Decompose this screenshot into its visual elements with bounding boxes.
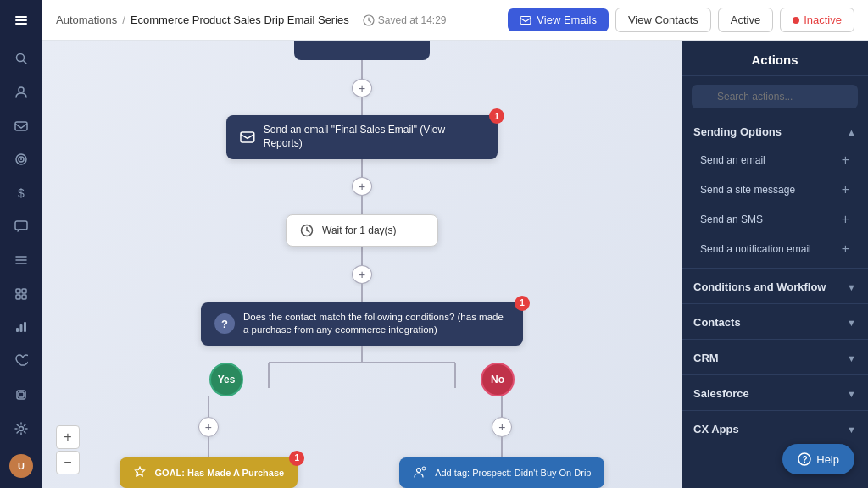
section-header-crm[interactable]: CRM ▼ [682, 343, 868, 371]
sidebar-icon-contacts[interactable] [6, 77, 36, 108]
svg-rect-21 [24, 322, 26, 332]
zoom-in-button[interactable]: + [56, 425, 80, 449]
section-header-conditions[interactable]: Conditions and Workflow ▼ [682, 272, 868, 300]
plus-icon-sms[interactable]: + [842, 212, 849, 227]
action-send-notification-email[interactable]: Send a notification email + [688, 235, 861, 263]
inactive-dot [793, 17, 799, 24]
section-header-sending-options[interactable]: Sending Options ▲ [682, 117, 868, 145]
sidebar-icon-chat[interactable] [6, 212, 36, 242]
person-tag-icon [413, 466, 426, 480]
active-button[interactable]: Active [718, 8, 773, 32]
email-node-icon [240, 131, 255, 143]
connector-3 [361, 159, 363, 178]
sidebar-icon-mail[interactable] [6, 111, 36, 141]
svg-point-37 [417, 468, 421, 472]
divider-4 [682, 374, 868, 375]
svg-point-38 [422, 467, 426, 470]
add-button-2[interactable]: + [352, 177, 372, 196]
add-button-1[interactable]: + [352, 79, 372, 97]
view-emails-button[interactable]: View Emails [508, 8, 609, 31]
plus-icon-notification[interactable]: + [842, 241, 849, 257]
action-send-email[interactable]: Send an email + [688, 146, 861, 175]
breadcrumb-parent[interactable]: Automations [56, 14, 117, 26]
svg-rect-17 [16, 295, 20, 299]
canvas[interactable]: ↖ + Send an email "Fina [42, 41, 682, 488]
section-header-cx-apps[interactable]: CX Apps ▼ [682, 414, 868, 442]
add-button-3[interactable]: + [352, 265, 372, 284]
condition-icon: ? [214, 313, 235, 334]
sidebar-icon-grid[interactable] [6, 279, 36, 309]
no-connector-2 [501, 437, 503, 458]
connector-1 [361, 60, 363, 79]
zoom-out-button[interactable]: − [56, 451, 80, 474]
svg-rect-11 [15, 221, 27, 230]
chevron-up-icon: ▲ [847, 127, 856, 137]
sidebar-icon-dollar[interactable]: $ [6, 178, 36, 208]
divider-5 [682, 410, 868, 411]
condition-node-container: ? Does the contact match the following c… [201, 302, 523, 346]
help-button[interactable]: ? Help [782, 444, 854, 474]
no-add-button[interactable]: + [492, 417, 512, 437]
sidebar: $ [0, 0, 42, 488]
action-send-sms[interactable]: Send an SMS + [688, 205, 861, 234]
sidebar-icon-search[interactable] [6, 44, 36, 75]
svg-text:?: ? [803, 455, 808, 464]
saved-label: Saved at 14:29 [378, 14, 447, 26]
action-send-site-message[interactable]: Send a site message + [688, 175, 861, 204]
main-area: Automations / Ecommerce Product Sales Dr… [42, 0, 868, 488]
svg-line-27 [369, 20, 371, 22]
yes-add-button[interactable]: + [198, 417, 219, 437]
panel-search-wrapper [682, 76, 868, 117]
email-node[interactable]: Send an email "Final Sales Email" (View … [226, 115, 498, 158]
view-contacts-button[interactable]: View Contacts [615, 8, 711, 32]
sidebar-icon-settings[interactable] [6, 413, 36, 444]
user-avatar[interactable]: U [6, 451, 36, 481]
sidebar-toggle-button[interactable] [8, 7, 35, 34]
no-node[interactable]: No [481, 363, 515, 396]
yes-connector-1 [208, 396, 209, 417]
sidebar-icon-target[interactable] [6, 144, 36, 175]
svg-rect-28 [520, 16, 531, 24]
no-branch-container: No [481, 363, 515, 396]
zoom-controls: + − [56, 425, 80, 474]
section-header-contacts[interactable]: Contacts ▼ [682, 308, 868, 336]
sidebar-icon-layers[interactable] [6, 380, 36, 410]
section-header-salesforce[interactable]: Salesforce ▼ [682, 379, 868, 407]
divider-3 [682, 339, 868, 340]
svg-point-24 [19, 427, 24, 431]
svg-point-9 [20, 158, 22, 160]
tag-node[interactable]: Add tag: Prospect: Didn't Buy On Drip [399, 458, 604, 488]
goal-node[interactable]: GOAL: Has Made A Purchase [120, 458, 298, 488]
sending-options-items: Send an email + Send a site message + Se… [682, 145, 868, 264]
yes-branch-container: Yes [209, 363, 243, 396]
condition-node[interactable]: ? Does the contact match the following c… [201, 302, 523, 346]
wait-node[interactable]: Wait for 1 day(s) [286, 214, 438, 247]
sidebar-icon-chart[interactable] [6, 312, 36, 342]
branch-section: Yes No [42, 346, 682, 396]
svg-line-4 [24, 61, 27, 64]
connector-4 [361, 196, 363, 214]
top-partial-node[interactable] [294, 41, 430, 60]
no-column: + Add tag: Prospect: Didn't Buy On Drip [399, 396, 604, 488]
divider-2 [682, 303, 868, 304]
chevron-down-icon-contacts: ▼ [847, 318, 856, 328]
chevron-down-icon-salesforce: ▼ [847, 389, 856, 399]
email-node-container: Send an email "Final Sales Email" (View … [226, 115, 498, 158]
panel-search-input[interactable] [692, 85, 858, 108]
sidebar-icon-list[interactable] [6, 245, 36, 275]
plus-icon-site-message[interactable]: + [842, 182, 849, 197]
svg-rect-6 [15, 122, 27, 130]
content-area: ↖ + Send an email "Fina [42, 41, 868, 488]
plus-icon-send-email[interactable]: + [842, 152, 849, 168]
inactive-button[interactable]: Inactive [780, 8, 854, 32]
svg-rect-29 [241, 132, 254, 142]
breadcrumb: Automations / Ecommerce Product Sales Dr… [56, 14, 349, 26]
sidebar-icon-heart[interactable] [6, 346, 36, 376]
flow-diagram: + Send an email "Final Sales Email" (Vie… [42, 41, 682, 488]
svg-rect-19 [16, 328, 19, 332]
breadcrumb-separator: / [122, 14, 125, 26]
trophy-icon [133, 466, 147, 480]
yes-node[interactable]: Yes [209, 363, 243, 396]
connector-5 [361, 247, 363, 265]
svg-rect-16 [22, 289, 26, 293]
